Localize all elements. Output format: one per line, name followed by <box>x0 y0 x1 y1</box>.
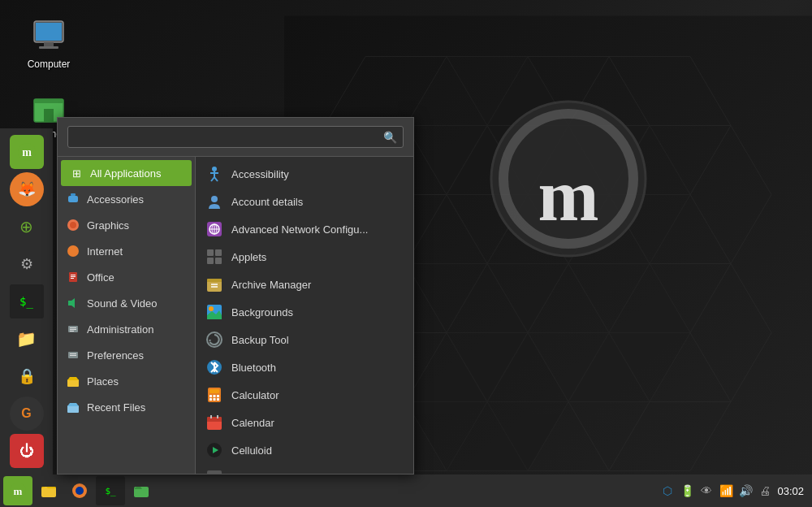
sidebar-icon-firefox[interactable]: 🦊 <box>10 172 44 206</box>
svg-text:m: m <box>14 485 23 497</box>
app-account-label: Account details <box>231 196 303 208</box>
svg-rect-89 <box>214 398 216 401</box>
recent-icon <box>66 400 80 414</box>
tray-volume-icon[interactable]: 🔊 <box>738 483 753 498</box>
app-calendar[interactable]: Calendar <box>196 409 413 436</box>
backup-icon <box>205 331 223 349</box>
charmap-icon: Ω <box>205 469 223 474</box>
category-office-label: Office <box>87 271 114 284</box>
svg-rect-54 <box>70 355 76 356</box>
app-accessibility-label: Accessibility <box>231 168 289 180</box>
sidebar-icon-gimp[interactable]: G <box>10 396 44 431</box>
desktop: m Computer Home <box>0 0 812 507</box>
svg-rect-70 <box>207 249 214 256</box>
app-backgrounds[interactable]: Backgrounds <box>196 298 413 326</box>
app-charmap: Ω Character Map <box>196 464 413 474</box>
app-backgrounds-label: Backgrounds <box>231 306 293 318</box>
taskbar-terminal-button[interactable]: $_ <box>96 476 125 505</box>
taskbar-files-button[interactable] <box>34 476 63 505</box>
tray-update-icon[interactable]: 👁 <box>699 483 714 498</box>
tray-print-icon[interactable]: 🖨 <box>758 483 772 498</box>
sidebar-icon-terminal[interactable]: $_ <box>10 284 44 318</box>
app-charmap-label: Character Map <box>231 472 301 474</box>
tray-bluetooth-icon[interactable]: ⬡ <box>660 483 675 498</box>
svg-rect-38 <box>68 196 78 202</box>
app-account[interactable]: Account details <box>196 188 413 215</box>
category-all[interactable]: ⊞ All Applications <box>61 160 192 186</box>
sound-icon <box>66 296 80 310</box>
app-accessibility[interactable]: Accessibility <box>196 160 413 188</box>
search-input[interactable] <box>67 126 404 148</box>
taskbar-left: m $_ <box>0 476 159 505</box>
app-bluetooth[interactable]: Bluetooth <box>196 353 413 381</box>
category-graphics-label: Graphics <box>87 219 129 232</box>
svg-rect-31 <box>44 42 54 46</box>
category-recent[interactable]: Recent Files <box>58 394 195 420</box>
office-icon <box>66 270 80 284</box>
app-network-config-label: Advanced Network Configu... <box>231 223 368 236</box>
app-network-config[interactable]: Advanced Network Configu... <box>196 215 413 243</box>
app-calculator-label: Calculator <box>231 389 279 401</box>
category-accessories[interactable]: Accessories <box>58 186 195 212</box>
app-backup[interactable]: Backup Tool <box>196 326 413 353</box>
app-applets[interactable]: Applets <box>196 243 413 271</box>
taskbar-right: ⬡ 🔋 👁 📶 🔊 🖨 03:02 <box>652 483 812 498</box>
category-internet[interactable]: Internet <box>58 238 195 264</box>
app-archive-label: Archive Manager <box>231 279 311 291</box>
category-admin[interactable]: Administration <box>58 316 195 342</box>
svg-rect-39 <box>71 193 76 196</box>
svg-rect-50 <box>70 329 76 330</box>
svg-rect-75 <box>207 279 222 282</box>
svg-point-64 <box>211 196 218 202</box>
celluloid-icon <box>205 441 223 459</box>
tray-network-icon[interactable]: 📶 <box>719 483 733 498</box>
category-places[interactable]: Places <box>58 368 195 394</box>
svg-point-41 <box>70 222 76 228</box>
category-graphics[interactable]: Graphics <box>58 212 195 238</box>
svg-marker-56 <box>67 377 79 380</box>
svg-rect-55 <box>67 379 79 387</box>
taskbar-nemo-button[interactable] <box>127 476 156 505</box>
sidebar-icon-files[interactable]: 📁 <box>10 322 44 356</box>
taskbar-clock: 03:02 <box>777 485 804 497</box>
sidebar-icon-mint[interactable]: m <box>10 135 44 169</box>
sidebar-icon-power[interactable]: ⏻ <box>10 434 44 468</box>
graphics-icon <box>66 218 80 232</box>
app-calculator[interactable]: Calculator <box>196 381 413 409</box>
application-menu: 🔍 ⊞ All Applications Accessories <box>57 117 414 474</box>
svg-rect-72 <box>207 258 214 264</box>
category-sound-label: Sound & Video <box>87 297 158 310</box>
svg-rect-30 <box>36 23 62 41</box>
svg-rect-57 <box>67 405 79 413</box>
category-prefs[interactable]: Preferences <box>58 342 195 368</box>
svg-rect-71 <box>215 249 222 256</box>
sidebar-icon-network[interactable]: ⊕ <box>10 210 44 244</box>
sidebar-icon-lock[interactable]: 🔒 <box>10 359 44 393</box>
category-all-label: All Applications <box>90 167 161 180</box>
menu-categories: ⊞ All Applications Accessories Graphics <box>58 157 196 474</box>
app-celluloid[interactable]: Celluloid <box>196 436 413 464</box>
taskbar-firefox-button[interactable] <box>65 476 94 505</box>
menu-apps-list: Accessibility Account details Advanced N… <box>196 157 413 474</box>
category-office[interactable]: Office <box>58 264 195 290</box>
sidebar-icon-settings[interactable]: ⚙ <box>10 247 44 281</box>
desktop-icon-computer[interactable]: Computer <box>16 16 81 70</box>
category-internet-label: Internet <box>87 245 123 258</box>
svg-text:m: m <box>538 155 599 236</box>
svg-rect-34 <box>34 99 63 103</box>
svg-rect-32 <box>39 46 58 49</box>
category-sound[interactable]: Sound & Video <box>58 290 195 316</box>
svg-rect-49 <box>70 327 76 328</box>
svg-rect-85 <box>209 395 212 397</box>
app-archive[interactable]: Archive Manager <box>196 271 413 298</box>
svg-rect-35 <box>44 109 54 122</box>
svg-rect-53 <box>70 353 76 354</box>
taskbar-mint-button[interactable]: m <box>3 476 32 505</box>
tray-battery-icon[interactable]: 🔋 <box>680 483 694 498</box>
svg-marker-81 <box>209 340 211 342</box>
svg-rect-45 <box>71 276 76 277</box>
account-icon <box>205 193 223 210</box>
svg-rect-51 <box>70 331 74 332</box>
svg-line-63 <box>214 177 218 181</box>
svg-marker-58 <box>67 403 79 406</box>
